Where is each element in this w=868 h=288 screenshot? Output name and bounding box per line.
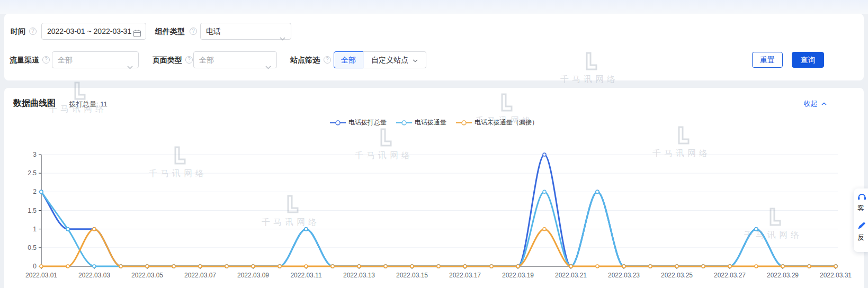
data-point[interactable] [596,265,599,268]
data-point[interactable] [437,265,440,268]
data-point[interactable] [569,265,572,268]
page-type-select[interactable]: 全部 [193,51,277,68]
y-axis-label: 0.5 [28,244,37,251]
data-point[interactable] [305,228,308,231]
reset-button[interactable]: 重置 [752,52,783,68]
feedback-item[interactable]: 反 [857,221,868,242]
analytics-page: 时间 ? 2022-03-01 ~ 2022-03-31 组件类型 ? 电话 流… [0,0,868,288]
x-axis-label: 2022.03.15 [396,272,428,279]
x-axis-label: 2022.03.23 [608,272,640,279]
date-range-value: 2022-03-01 ~ 2022-03-31 [47,27,131,35]
x-axis-label: 2022.03.21 [555,272,587,279]
data-point[interactable] [93,265,96,268]
data-point[interactable] [305,265,308,268]
x-axis-label: 2022.03.03 [78,272,110,279]
y-axis-label: 1 [33,226,37,233]
data-point[interactable] [728,265,731,268]
data-point[interactable] [40,265,43,268]
component-type-select[interactable]: 电话 [200,23,291,40]
y-axis-label: 0 [33,263,37,270]
y-axis-label: 2.5 [28,169,37,177]
time-help-icon[interactable]: ? [29,28,37,35]
data-point[interactable] [596,190,599,193]
data-point[interactable] [463,265,467,268]
data-point[interactable] [199,265,202,268]
x-axis-label: 2022.03.25 [661,272,693,279]
data-point[interactable] [543,153,546,156]
site-filter-custom-dropdown[interactable]: 自定义站点 [363,51,426,68]
chevron-down-icon [413,59,418,62]
data-point[interactable] [781,265,784,268]
component-type-help-icon[interactable]: ? [190,28,197,35]
page-type-help-icon[interactable]: ? [185,56,193,64]
data-point[interactable] [755,228,758,231]
time-filter-label: 时间 [11,23,25,40]
data-point[interactable] [808,265,811,268]
site-filter-custom-label: 自定义站点 [371,56,408,64]
floating-help-widget: 客 反 [854,188,868,252]
chevron-down-icon [280,30,285,46]
y-axis-label: 3 [33,151,37,158]
data-point[interactable] [543,228,546,231]
data-point[interactable] [40,190,43,193]
data-point[interactable] [93,228,96,231]
x-axis-label: 2022.03.09 [237,272,269,279]
calendar-icon [133,27,141,43]
site-filter-segment: 全部 自定义站点 [334,51,426,68]
y-axis-label: 1.5 [28,207,37,214]
data-point[interactable] [225,265,228,268]
data-point[interactable] [66,228,69,231]
data-point[interactable] [410,265,414,268]
traffic-channel-help-icon[interactable]: ? [42,56,50,64]
x-axis-label: 2022.03.01 [25,272,57,279]
y-axis-label: 2 [33,188,37,195]
traffic-channel-label: 流量渠道 [10,51,39,68]
data-point[interactable] [675,265,678,268]
data-point[interactable] [543,190,546,193]
component-type-value: 电话 [206,27,221,35]
filter-panel: 时间 ? 2022-03-01 ~ 2022-03-31 组件类型 ? 电话 流… [4,14,864,80]
customer-service-item[interactable]: 客 [857,193,868,213]
x-axis-label: 2022.03.27 [714,272,746,279]
data-point[interactable] [384,265,387,268]
x-axis-label: 2022.03.05 [131,272,163,279]
chevron-down-icon [265,59,271,75]
data-point[interactable] [755,265,758,268]
chart-panel: 数据曲线图 拨打总量: 11 收起 电话拨打总量电话拨通量电话未拨通量（漏接） … [4,88,864,288]
data-point[interactable] [119,265,122,268]
data-point[interactable] [622,265,625,268]
component-type-label: 组件类型 [155,23,185,40]
site-filter-label: 站点筛选 [290,51,320,68]
data-point[interactable] [702,265,705,268]
site-filter-all-button[interactable]: 全部 [334,51,363,68]
data-point[interactable] [834,265,837,268]
data-point[interactable] [172,265,175,268]
date-range-input[interactable]: 2022-03-01 ~ 2022-03-31 [41,23,146,40]
chevron-down-icon [127,59,133,75]
x-axis-label: 2022.03.29 [767,272,799,279]
data-point[interactable] [66,265,69,268]
site-filter-help-icon[interactable]: ? [324,56,331,64]
x-axis-label: 2022.03.13 [343,272,375,279]
data-point[interactable] [146,265,149,268]
data-point[interactable] [357,265,361,268]
x-axis-label: 2022.03.11 [290,272,321,279]
traffic-channel-select[interactable]: 全部 [52,51,139,68]
data-point[interactable] [252,265,255,268]
x-axis-label: 2022.03.07 [184,272,216,279]
query-button[interactable]: 查询 [792,52,824,68]
data-point[interactable] [278,265,281,268]
page-type-value: 全部 [199,56,214,64]
x-axis-label: 2022.03.31 [820,272,852,279]
x-axis-label: 2022.03.19 [502,272,534,279]
headset-icon [857,193,866,201]
traffic-channel-value: 全部 [58,56,73,64]
data-point[interactable] [516,265,520,268]
data-point[interactable] [490,265,493,268]
page-type-label: 页面类型 [153,51,182,68]
x-axis-label: 2022.03.17 [449,272,481,279]
data-point[interactable] [649,265,652,268]
top-band [0,0,868,14]
data-point[interactable] [331,265,334,268]
data-curve-chart: 00.511.522.532022.03.012022.03.032022.03… [4,88,864,288]
